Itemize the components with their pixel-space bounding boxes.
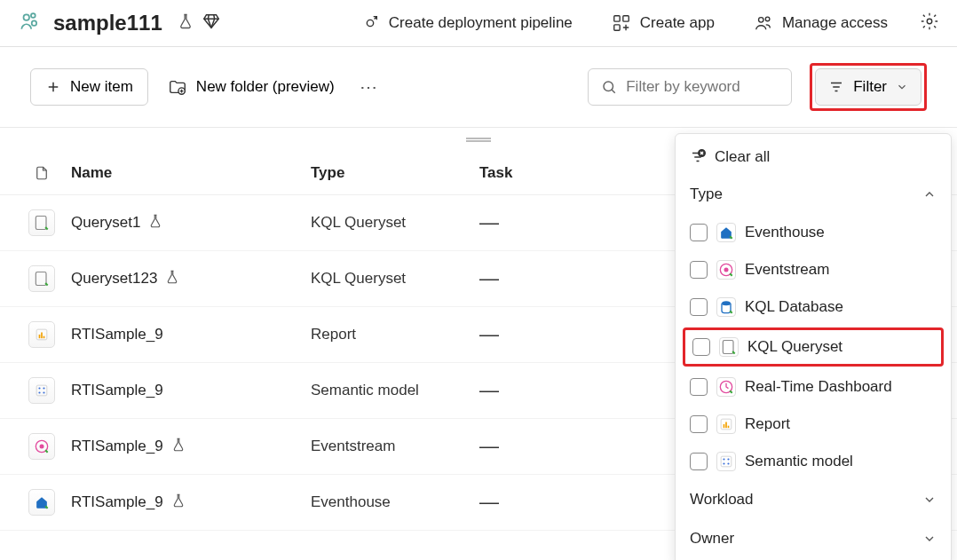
- type-icon: [716, 452, 736, 471]
- filter-type-option[interactable]: KQL Queryset: [685, 330, 941, 364]
- toolbar: New item New folder (preview) ⋯ Filter: [0, 47, 957, 127]
- svg-rect-12: [36, 217, 46, 230]
- create-pipeline-label: Create deployment pipeline: [389, 14, 573, 32]
- filter-type-option[interactable]: Semantic model: [676, 443, 951, 480]
- svg-point-39: [727, 462, 729, 464]
- checkbox[interactable]: [692, 338, 710, 356]
- filter-type-label: Eventstream: [745, 261, 829, 279]
- filter-panel: Clear all Type EventhouseEventstreamKQL …: [675, 133, 952, 560]
- create-app-button[interactable]: Create app: [605, 13, 722, 33]
- filter-type-option[interactable]: Report: [676, 406, 951, 443]
- item-type-icon: [28, 321, 55, 348]
- flask-badge-icon: [170, 437, 186, 457]
- create-pipeline-button[interactable]: Create deployment pipeline: [353, 13, 580, 33]
- svg-point-8: [765, 17, 770, 21]
- checkbox[interactable]: [690, 378, 708, 396]
- filter-type-option[interactable]: Eventstream: [676, 251, 951, 288]
- diamond-icon[interactable]: [202, 12, 221, 35]
- item-type: Semantic model: [311, 382, 479, 399]
- item-type: KQL Queryset: [311, 214, 479, 232]
- svg-rect-35: [721, 456, 732, 467]
- manage-access-label: Manage access: [782, 14, 888, 32]
- column-name[interactable]: Name: [71, 164, 311, 182]
- item-type-icon: [28, 489, 55, 516]
- filter-button[interactable]: Filter: [815, 68, 921, 106]
- column-type[interactable]: Type: [311, 164, 479, 182]
- workspace-title: sample111: [53, 11, 162, 35]
- filter-highlight: Filter: [810, 63, 927, 111]
- svg-rect-6: [614, 25, 620, 30]
- owner-section-header[interactable]: Owner: [676, 519, 951, 558]
- svg-rect-16: [41, 333, 43, 339]
- type-icon: [716, 297, 736, 317]
- type-icon: [716, 414, 736, 434]
- svg-rect-33: [725, 422, 727, 429]
- filter-type-label: Report: [745, 415, 790, 433]
- svg-point-22: [43, 391, 44, 393]
- item-type-icon: [28, 265, 55, 292]
- svg-point-9: [927, 19, 932, 24]
- filter-type-option[interactable]: Real-Time Dashboard: [676, 368, 951, 406]
- more-button[interactable]: ⋯: [354, 73, 383, 101]
- checkbox[interactable]: [690, 261, 708, 279]
- settings-icon[interactable]: [920, 12, 939, 35]
- svg-point-27: [724, 268, 729, 272]
- filter-type-label: Semantic model: [745, 453, 853, 470]
- filter-keyword-field[interactable]: [626, 78, 779, 96]
- flask-badge-icon: [164, 269, 180, 289]
- manage-access-button[interactable]: Manage access: [747, 13, 895, 33]
- svg-point-3: [367, 20, 373, 26]
- checkbox[interactable]: [690, 298, 708, 316]
- checkbox[interactable]: [690, 415, 708, 433]
- item-type: Report: [311, 326, 479, 343]
- item-type-icon: [28, 209, 55, 236]
- svg-point-20: [43, 387, 44, 389]
- new-folder-label: New folder (preview): [196, 78, 335, 96]
- item-type: Eventhouse: [311, 493, 479, 511]
- svg-point-0: [24, 14, 30, 20]
- filter-type-label: KQL Queryset: [747, 338, 842, 356]
- workload-section-header[interactable]: Workload: [676, 480, 951, 519]
- checkbox[interactable]: [690, 224, 708, 241]
- svg-point-37: [727, 458, 729, 460]
- chevron-up-icon: [922, 187, 937, 201]
- type-section-header[interactable]: Type: [676, 175, 951, 214]
- item-name: RTISample_9: [71, 326, 163, 343]
- new-item-label: New item: [70, 78, 133, 96]
- checkbox[interactable]: [690, 453, 708, 470]
- new-item-button[interactable]: New item: [30, 68, 148, 106]
- svg-point-11: [604, 82, 613, 91]
- item-name: Queryset1: [71, 214, 140, 232]
- filter-icon: [828, 79, 844, 95]
- svg-point-24: [40, 445, 44, 449]
- workload-section-label: Workload: [690, 491, 754, 509]
- svg-rect-18: [36, 385, 47, 396]
- svg-point-7: [758, 18, 763, 22]
- svg-rect-17: [44, 336, 45, 339]
- filter-keyword-input[interactable]: [588, 68, 792, 106]
- svg-rect-13: [36, 272, 46, 286]
- filter-type-label: Real-Time Dashboard: [745, 378, 892, 396]
- type-section-label: Type: [690, 185, 723, 203]
- svg-rect-15: [39, 335, 41, 338]
- filter-type-option[interactable]: KQL Database: [676, 288, 951, 326]
- type-icon: [716, 260, 736, 280]
- new-folder-button[interactable]: New folder (preview): [161, 68, 342, 106]
- item-type: KQL Queryset: [311, 270, 479, 288]
- flask-badge-icon: [147, 213, 163, 233]
- svg-point-2: [32, 20, 36, 25]
- filter-type-option[interactable]: Eventhouse: [676, 214, 951, 251]
- chevron-down-icon: [896, 81, 908, 93]
- item-name: RTISample_9: [71, 382, 163, 399]
- svg-rect-32: [724, 424, 725, 428]
- flask-icon[interactable]: [177, 12, 194, 34]
- svg-point-38: [723, 462, 724, 464]
- svg-point-1: [31, 13, 36, 18]
- svg-rect-4: [614, 16, 620, 21]
- clear-all-button[interactable]: Clear all: [676, 139, 951, 175]
- filter-label: Filter: [853, 78, 887, 96]
- owner-section-label: Owner: [690, 530, 734, 548]
- item-name: RTISample_9: [71, 493, 163, 511]
- type-icon: [716, 223, 736, 242]
- file-column-icon: [28, 164, 55, 182]
